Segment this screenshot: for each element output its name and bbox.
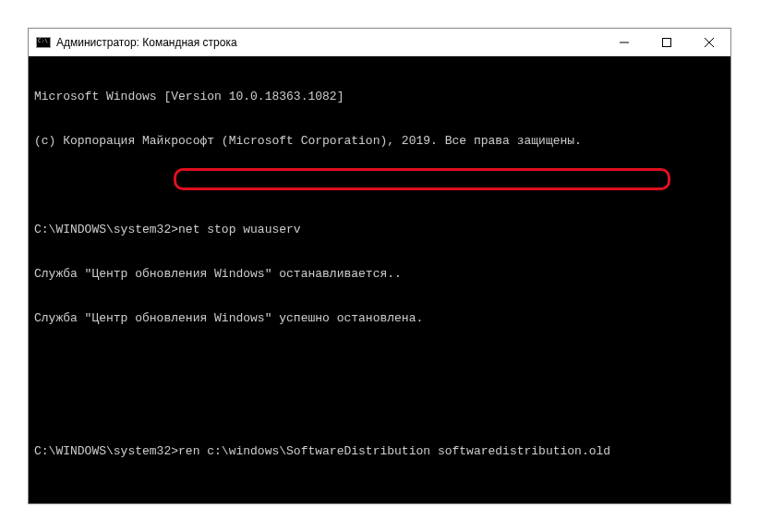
titlebar[interactable]: Администратор: Командная строка [29, 29, 730, 56]
cmd-icon [36, 37, 51, 48]
output-blank [34, 178, 725, 193]
terminal-output[interactable]: Microsoft Windows [Version 10.0.18363.10… [29, 56, 730, 503]
prompt: C:\WINDOWS\system32> [34, 444, 178, 458]
output-blank [34, 400, 725, 415]
cmd-window: Администратор: Командная строка Microsof… [28, 28, 731, 504]
minimize-button[interactable] [603, 29, 645, 55]
output-line: C:\WINDOWS\system32>ren c:\windows\Softw… [34, 444, 725, 459]
window-title: Администратор: Командная строка [56, 36, 603, 49]
command-text: net stop wuauserv [178, 223, 301, 236]
output-line: Служба "Центр обновления Windows" успешн… [34, 311, 725, 326]
output-line: C:\WINDOWS\system32>net stop wuauserv [34, 223, 725, 237]
prompt: C:\WINDOWS\system32> [34, 223, 178, 236]
command-text: ren c:\windows\SoftwareDistribution soft… [178, 444, 610, 458]
output-blank [34, 356, 725, 370]
output-line: (c) Корпорация Майкрософт (Microsoft Cor… [34, 134, 725, 149]
output-line: Microsoft Windows [Version 10.0.18363.10… [34, 90, 725, 104]
svg-rect-1 [663, 38, 671, 46]
close-button[interactable] [688, 29, 730, 55]
output-line: Служба "Центр обновления Windows" остана… [34, 267, 725, 282]
close-icon [705, 38, 714, 47]
maximize-icon [662, 38, 671, 47]
maximize-button[interactable] [645, 29, 688, 55]
window-controls [603, 29, 730, 55]
minimize-icon [620, 38, 629, 47]
